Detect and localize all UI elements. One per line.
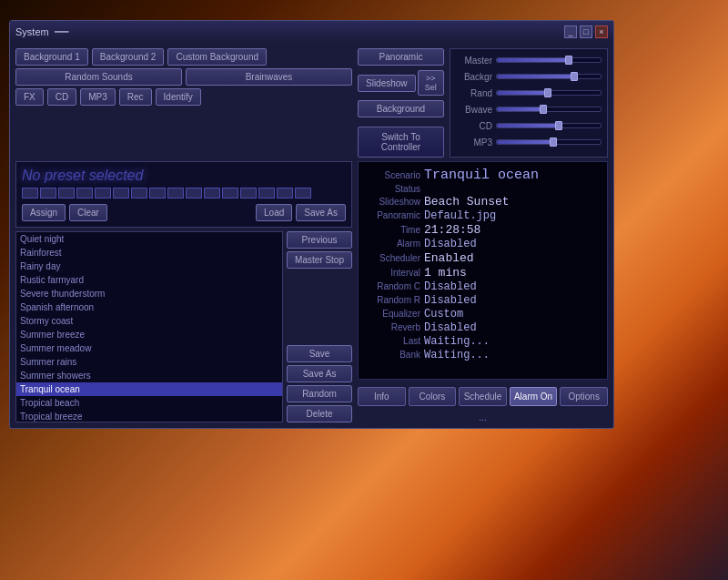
preset-dot-8[interactable] <box>167 188 184 198</box>
list-item[interactable]: Tropical beach <box>16 396 282 410</box>
mp3-slider[interactable] <box>496 139 602 145</box>
fx-button[interactable]: FX <box>15 88 44 106</box>
list-item[interactable]: Spanish afternoon <box>16 300 282 314</box>
lower-section: No preset selected Assign Clear Load Sav… <box>15 161 608 422</box>
list-item[interactable]: Rainy day <box>16 259 282 273</box>
status-row: Status <box>364 184 602 194</box>
backgr-slider[interactable] <box>496 74 602 79</box>
list-item[interactable]: Rustic farmyard <box>16 273 282 287</box>
custom-background-button[interactable]: Custom Background <box>167 48 267 66</box>
random-sounds-button[interactable]: Random Sounds <box>15 68 182 86</box>
randomc-value: Disabled <box>424 280 477 293</box>
list-item[interactable]: Tranquil ocean <box>16 382 282 396</box>
assign-button[interactable]: Assign <box>22 204 66 221</box>
mp3-button[interactable]: MP3 <box>80 88 116 106</box>
alarm-label: Alarm <box>364 239 420 249</box>
master-stop-button[interactable]: Master Stop <box>287 251 352 269</box>
sel-button[interactable]: >> Sel <box>418 70 444 96</box>
bank-label: Bank <box>364 350 420 360</box>
list-item[interactable]: Summer showers <box>16 369 282 382</box>
scenario-list[interactable]: Quiet nightRainforestRainy dayRustic far… <box>15 231 283 422</box>
panoramic-button[interactable]: Panoramic <box>358 48 444 66</box>
background1-button[interactable]: Background 1 <box>15 48 88 66</box>
list-col: Quiet nightRainforestRainy dayRustic far… <box>15 231 283 422</box>
list-item[interactable]: Tropical breeze <box>16 410 282 422</box>
reverb-label: Reverb <box>364 322 420 332</box>
colors-tab[interactable]: Colors <box>409 387 457 406</box>
cd-slider[interactable] <box>496 123 602 128</box>
background2-button[interactable]: Background 2 <box>92 48 165 66</box>
preset-dot-0[interactable] <box>22 188 38 198</box>
save-as-preset-button[interactable]: Save As <box>296 204 346 221</box>
clear-button[interactable]: Clear <box>69 204 107 221</box>
cd-button[interactable]: CD <box>47 88 76 106</box>
delete-button[interactable]: Delete <box>287 405 352 422</box>
load-button[interactable]: Load <box>256 204 292 221</box>
alarm-on-tab[interactable]: Alarm On <box>510 387 558 406</box>
dots-label: ... <box>479 412 486 422</box>
preset-dot-2[interactable] <box>58 188 75 198</box>
preset-dot-4[interactable] <box>95 188 111 198</box>
save-as-scenario-button[interactable]: Save As <box>287 365 352 382</box>
scenario-list-area: Quiet nightRainforestRainy dayRustic far… <box>15 231 352 422</box>
background-button[interactable]: Background <box>358 100 444 117</box>
mp3-label: MP3 <box>456 137 492 148</box>
scheduler-label: Scheduler <box>364 253 420 263</box>
brainwaves-button[interactable]: Brainwaves <box>186 68 352 86</box>
preset-dot-6[interactable] <box>131 188 147 198</box>
list-item[interactable]: Severe thunderstorm <box>16 287 282 300</box>
media-buttons-row: FX CD MP3 Rec Identify <box>15 88 352 106</box>
preset-dot-12[interactable] <box>240 188 257 198</box>
randomr-row: Random R Disabled <box>364 294 602 307</box>
scheduler-value: Enabled <box>424 251 474 265</box>
preset-dot-10[interactable] <box>204 188 220 198</box>
interval-value: 1 mins <box>424 266 467 280</box>
list-item[interactable]: Quiet night <box>16 232 282 246</box>
rand-slider[interactable] <box>496 90 602 96</box>
previous-button[interactable]: Previous <box>287 231 352 249</box>
preset-dot-13[interactable] <box>258 188 275 198</box>
list-item[interactable]: Summer meadow <box>16 341 282 355</box>
rec-button[interactable]: Rec <box>119 88 152 106</box>
identify-button[interactable]: Identify <box>156 88 201 106</box>
window-title: System ━━━ <box>15 26 68 37</box>
top-section: Background 1 Background 2 Custom Backgro… <box>15 48 608 158</box>
master-slider[interactable] <box>496 57 602 63</box>
preset-dot-7[interactable] <box>149 188 166 198</box>
slideshow-button[interactable]: Slideshow <box>358 75 416 92</box>
master-row: Master <box>456 53 602 67</box>
preset-dot-5[interactable] <box>113 188 129 198</box>
save-button[interactable]: Save <box>287 345 352 362</box>
preset-dot-3[interactable] <box>76 188 93 198</box>
title-indicator: ━━━ <box>55 27 68 36</box>
random-button[interactable]: Random <box>287 385 352 402</box>
list-action-buttons: Previous Master Stop Save Save As Random… <box>287 231 352 422</box>
minimize-button[interactable]: _ <box>564 25 577 38</box>
backgr-row: Backgr <box>456 69 602 84</box>
preset-dot-9[interactable] <box>186 188 202 198</box>
preset-dot-1[interactable] <box>40 188 56 198</box>
scheduler-row: Scheduler Enabled <box>364 251 602 265</box>
info-tab[interactable]: Info <box>358 387 406 406</box>
list-item[interactable]: Rainforest <box>16 246 282 259</box>
left-panel: No preset selected Assign Clear Load Sav… <box>15 161 352 422</box>
time-label: Time <box>364 225 420 235</box>
schedule-tab[interactable]: Schedule <box>459 387 507 406</box>
maximize-button[interactable]: □ <box>580 25 592 38</box>
list-item[interactable]: Summer rains <box>16 355 282 369</box>
preset-dot-14[interactable] <box>277 188 293 198</box>
options-tab[interactable]: Options <box>560 387 608 406</box>
switch-controller-button[interactable]: Switch To Controller <box>358 127 444 158</box>
status-label: Status <box>364 184 420 194</box>
close-button[interactable]: × <box>595 25 608 38</box>
bwave-slider[interactable] <box>496 107 602 112</box>
list-item[interactable]: Stormy coast <box>16 314 282 328</box>
preset-indicators <box>22 188 346 198</box>
slideshow-row: Slideshow Beach Sunset <box>364 195 602 209</box>
preset-dot-11[interactable] <box>222 188 238 198</box>
cd-row: CD <box>456 118 602 133</box>
list-item[interactable]: Summer breeze <box>16 328 282 341</box>
preset-dot-15[interactable] <box>295 188 311 198</box>
info-panel: Scenario Tranquil ocean Status Slideshow… <box>358 161 608 380</box>
slideshow-row: Slideshow >> Sel <box>358 70 444 96</box>
